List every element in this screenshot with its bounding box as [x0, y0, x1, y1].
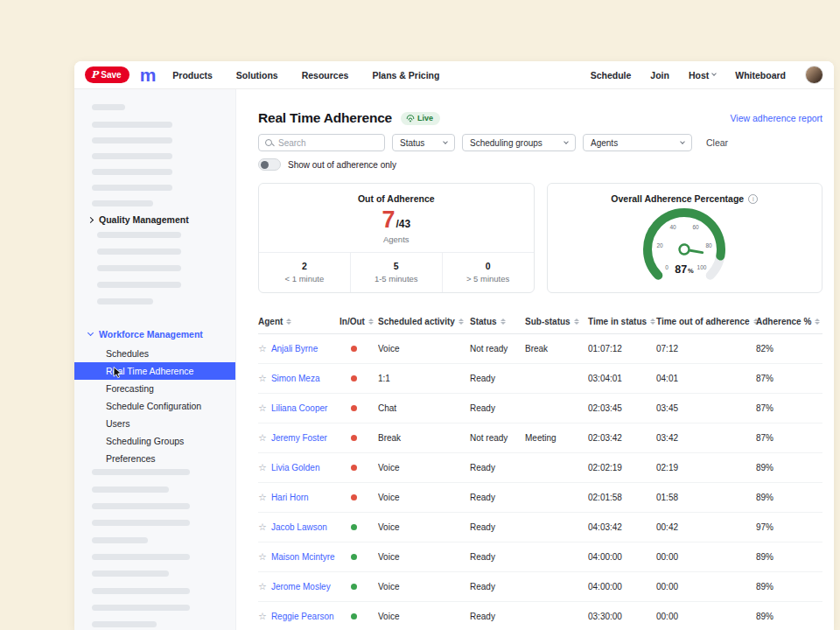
stat-1-5-minutes: 5 1-5 minutes	[350, 253, 442, 292]
chevron-down-icon	[564, 139, 569, 144]
view-adherence-report-link[interactable]: View adherence report	[731, 113, 822, 123]
nav-item-resources[interactable]: Resources	[302, 70, 349, 80]
scheduling-groups-dropdown[interactable]: Scheduling groups	[462, 134, 576, 151]
col-header-time-in-status[interactable]: Time in status	[588, 317, 656, 326]
time-in-status-cell: 03:30:00	[588, 612, 656, 621]
sidebar-item-workforce-management[interactable]: Workforce Management	[74, 326, 235, 342]
pinterest-save-button[interactable]: P Save	[85, 66, 130, 83]
skeleton-bar	[92, 537, 148, 543]
sidebar-item-users[interactable]: Users	[74, 415, 235, 432]
nav-item-plans-pricing[interactable]: Plans & Pricing	[372, 70, 439, 80]
star-icon[interactable]: ☆	[258, 492, 267, 503]
agent-link[interactable]: Jerome Mosley	[271, 582, 331, 592]
chevron-down-icon	[680, 139, 685, 144]
scheduled-activity-cell: 1:1	[378, 374, 470, 383]
nav-item-host[interactable]: Host	[689, 70, 716, 80]
status-cell: Not ready	[470, 344, 525, 354]
inout-status-dot	[351, 524, 357, 530]
inout-status-dot	[351, 584, 357, 590]
info-icon[interactable]: i	[748, 194, 758, 204]
agent-link[interactable]: Jeremy Foster	[271, 433, 327, 443]
out-of-adherence-toggle[interactable]	[258, 158, 281, 171]
skeleton-bar	[92, 605, 190, 611]
agent-link[interactable]: Simon Meza	[271, 374, 320, 383]
nav-item-schedule[interactable]: Schedule	[591, 70, 632, 80]
sidebar-item-real-time-adherence[interactable]: Real Time Adherence	[74, 362, 235, 380]
sidebar-item-quality-management[interactable]: Quality Management	[74, 212, 235, 228]
table-row[interactable]: ☆ Maison Mcintyre Voice Ready 04:00:00 0…	[258, 542, 822, 572]
time-in-status-cell: 03:04:01	[588, 374, 656, 383]
clear-filters-button[interactable]: Clear	[706, 137, 728, 148]
table-row[interactable]: ☆ Anjali Byrne Voice Not ready Break 01:…	[258, 334, 822, 364]
time-in-status-cell: 02:03:45	[588, 403, 656, 413]
skeleton-bar	[92, 570, 169, 577]
star-icon[interactable]: ☆	[258, 432, 267, 444]
star-icon[interactable]: ☆	[258, 402, 267, 414]
search-input[interactable]	[259, 135, 384, 150]
col-header-scheduled-activity[interactable]: Scheduled activity	[378, 317, 470, 326]
col-header-adherence-percent[interactable]: Adherence %	[756, 317, 822, 326]
col-header-time-out-of-adherence[interactable]: Time out of adherence	[656, 317, 756, 326]
col-header-status[interactable]: Status	[470, 317, 525, 326]
nav-item-join[interactable]: Join	[650, 70, 669, 80]
page-title: Real Time Adherence	[258, 110, 392, 126]
agent-link[interactable]: Maison Mcintyre	[271, 552, 335, 562]
star-icon[interactable]: ☆	[258, 462, 267, 473]
col-header-inout[interactable]: In/Out	[340, 317, 378, 326]
skeleton-bar	[92, 200, 153, 206]
sidebar-item-forecasting[interactable]: Forecasting	[74, 380, 235, 397]
star-icon[interactable]: ☆	[258, 551, 267, 563]
status-dropdown[interactable]: Status	[392, 134, 455, 151]
time-out-of-adherence-cell: 00:00	[656, 582, 756, 592]
agent-link[interactable]: Reggie Pearson	[271, 612, 334, 621]
out-count-total: /43	[396, 218, 410, 232]
sidebar-item-schedule-configuration[interactable]: Schedule Configuration	[74, 397, 235, 415]
col-header-agent[interactable]: Agent	[258, 317, 340, 326]
table-row[interactable]: ☆ Liliana Cooper Chat Ready 02:03:45 03:…	[258, 394, 822, 424]
table-row[interactable]: ☆ Jeremy Foster Break Not ready Meeting …	[258, 424, 822, 453]
nav-item-whiteboard[interactable]: Whiteboard	[735, 70, 786, 80]
gauge-tick: 80	[706, 242, 713, 248]
agent-link[interactable]: Jacob Lawson	[271, 522, 327, 532]
chevron-down-icon	[88, 330, 94, 336]
nav-item-solutions[interactable]: Solutions	[236, 70, 278, 80]
agent-link[interactable]: Liliana Cooper	[271, 403, 328, 413]
table-row[interactable]: ☆ Simon Meza 1:1 Ready 03:04:01 04:01 87…	[258, 364, 822, 394]
star-icon[interactable]: ☆	[258, 611, 267, 622]
agent-link[interactable]: Anjali Byrne	[271, 344, 318, 354]
scheduled-activity-cell: Chat	[378, 403, 470, 413]
sidebar-item-schedules[interactable]: Schedules	[74, 345, 235, 362]
agent-link[interactable]: Hari Horn	[271, 493, 309, 502]
nav-item-products[interactable]: Products	[172, 70, 213, 80]
star-icon[interactable]: ☆	[258, 522, 267, 533]
overall-adherence-card: Overall Adherence Percentage i 0 20 40 6…	[547, 183, 823, 293]
gauge-tick: 40	[670, 224, 677, 230]
sidebar-item-scheduling-groups[interactable]: Scheduling Groups	[74, 432, 235, 450]
sort-icon	[286, 318, 291, 326]
star-icon[interactable]: ☆	[258, 581, 267, 592]
gauge-tick: 100	[697, 264, 707, 270]
star-icon[interactable]: ☆	[258, 343, 267, 354]
table-row[interactable]: ☆ Jerome Mosley Voice Ready 04:00:00 00:…	[258, 572, 822, 602]
table-row[interactable]: ☆ Hari Horn Voice Ready 02:01:58 01:58 8…	[258, 483, 822, 513]
gauge-tick: 60	[693, 224, 700, 230]
user-avatar[interactable]	[805, 66, 823, 84]
table-row[interactable]: ☆ Jacob Lawson Voice Ready 04:03:42 00:4…	[258, 513, 822, 542]
time-out-of-adherence-cell: 03:45	[656, 403, 756, 413]
host-label: Host	[689, 70, 709, 80]
sidebar-item-preferences[interactable]: Preferences	[74, 450, 235, 467]
skeleton-bar	[92, 621, 157, 627]
search-box	[258, 134, 385, 151]
star-icon[interactable]: ☆	[258, 373, 267, 384]
adherence-percent-cell: 89%	[756, 552, 822, 562]
sidebar: Quality Management Workforce Management …	[74, 89, 236, 630]
table-row[interactable]: ☆ Livia Golden Voice Ready 02:02:19 02:1…	[258, 453, 822, 483]
col-header-substatus[interactable]: Sub-status	[525, 317, 588, 326]
brand-logo[interactable]: m	[140, 66, 156, 84]
skeleton-bar	[97, 282, 181, 288]
agents-dropdown[interactable]: Agents	[583, 134, 692, 151]
adherence-percent-cell: 89%	[756, 582, 822, 592]
skeleton-bar	[92, 486, 169, 493]
agent-link[interactable]: Livia Golden	[271, 463, 320, 472]
table-row[interactable]: ☆ Reggie Pearson Voice Ready 03:30:00 00…	[258, 602, 822, 630]
